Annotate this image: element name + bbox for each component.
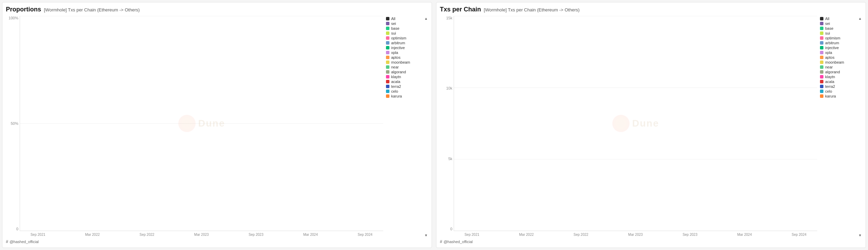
panel1-watermark: Dune <box>178 115 225 132</box>
legend-item-moonbeam[interactable]: moonbeam <box>386 60 428 64</box>
legend-item-aptos[interactable]: aptos <box>386 55 428 59</box>
legend-item-All[interactable]: All <box>386 17 428 21</box>
legend2-item-algorand[interactable]: algorand <box>820 70 862 74</box>
txs-panel: Txs per Chain [Wormhole] Txs per Chain (… <box>436 2 866 248</box>
legend2-label-xpla: xpla <box>825 50 832 55</box>
x-label: Mar 2023 <box>183 233 219 237</box>
panel2-header: Txs per Chain [Wormhole] Txs per Chain (… <box>440 6 862 13</box>
panel1-chart-area: 100% 50% 0 Dune Sep 2021Mar 2022Sep 2022… <box>6 16 428 238</box>
legend2-color-terra2 <box>820 85 823 88</box>
legend2-label-algorand: algorand <box>825 70 840 74</box>
legend2-item-near[interactable]: near <box>820 65 862 69</box>
legend-item-celo[interactable]: celo <box>386 89 428 93</box>
legend2-item-optimism[interactable]: optimism <box>820 36 862 40</box>
legend2-label-arbitrum: arbitrum <box>825 41 839 45</box>
legend2-color-karura <box>820 94 823 98</box>
legend2-item-karura[interactable]: karura <box>820 94 862 98</box>
legend2-label-base: base <box>825 26 833 30</box>
legend-color-xpla <box>386 51 389 54</box>
legend-color-klaytn <box>386 75 389 78</box>
y-label-10k: 10k <box>446 86 452 90</box>
legend2-item-sui[interactable]: sui <box>820 31 862 35</box>
legend2-item-terra2[interactable]: terra2 <box>820 84 862 89</box>
legend2-label-All: All <box>825 17 829 21</box>
legend2-item-klaytn[interactable]: klaytn <box>820 75 862 79</box>
legend2-item-aptos[interactable]: aptos <box>820 55 862 59</box>
legend-item-klaytn[interactable]: klaytn <box>386 75 428 79</box>
legend2-color-xpla <box>820 51 823 54</box>
x-label: Sep 2024 <box>347 233 383 237</box>
legend-color-injective <box>386 46 389 49</box>
legend-label-algorand: algorand <box>391 70 406 74</box>
legend2-label-terra2: terra2 <box>825 84 835 89</box>
legend-item-base[interactable]: base <box>386 26 428 30</box>
legend-item-xpla[interactable]: xpla <box>386 50 428 55</box>
panel1-header: Proportions [Wormhole] Txs per Chain (Et… <box>6 6 428 13</box>
x-label: Mar 2022 <box>74 233 111 237</box>
panel1-legend-scroll[interactable]: ▲ ▼ <box>424 16 428 238</box>
scroll-down-2[interactable]: ▼ <box>858 233 862 237</box>
legend-item-terra2[interactable]: terra2 <box>386 84 428 89</box>
panel2-footer: # @hashed_official <box>440 239 862 244</box>
legend-color-arbitrum <box>386 41 389 45</box>
x-label <box>56 233 74 237</box>
x-label: Mar 2024 <box>292 233 329 237</box>
legend-item-near[interactable]: near <box>386 65 428 69</box>
legend2-label-celo: celo <box>825 89 832 93</box>
panel1-hash-icon: # <box>6 239 8 244</box>
legend2-item-All[interactable]: All <box>820 17 862 21</box>
legend2-label-acala: acala <box>825 80 834 84</box>
legend-label-celo: celo <box>391 89 398 93</box>
panel1-footer: # @hashed_official <box>6 239 428 244</box>
legend-color-terra2 <box>386 85 389 88</box>
x-label2: Sep 2022 <box>563 233 599 237</box>
dune-circle-2 <box>612 115 630 132</box>
x-label <box>274 233 292 237</box>
legend-item-sei[interactable]: sei <box>386 21 428 26</box>
panel2-y-axis: 15k 10k 5k 0 <box>440 16 454 238</box>
legend2-item-arbitrum[interactable]: arbitrum <box>820 41 862 45</box>
panel1-gridlines <box>20 16 383 231</box>
legend2-item-acala[interactable]: acala <box>820 80 862 84</box>
legend-label-moonbeam: moonbeam <box>391 60 410 64</box>
legend2-label-near: near <box>825 65 833 69</box>
legend-item-injective[interactable]: injective <box>386 46 428 50</box>
legend2-item-injective[interactable]: injective <box>820 46 862 50</box>
panel1-chart-main: Dune Sep 2021Mar 2022Sep 2022Mar 2023Sep… <box>20 16 383 238</box>
legend-color-acala <box>386 80 389 83</box>
dune-circle-1 <box>178 115 196 132</box>
legend-item-karura[interactable]: karura <box>386 94 428 98</box>
legend2-item-moonbeam[interactable]: moonbeam <box>820 60 862 64</box>
legend2-item-xpla[interactable]: xpla <box>820 50 862 55</box>
scroll-up-2[interactable]: ▲ <box>858 17 862 20</box>
y-label-0b: 0 <box>450 227 452 231</box>
legend2-item-base[interactable]: base <box>820 26 862 30</box>
panel2-hash-icon: # <box>440 239 442 244</box>
panel2-bars: Dune <box>454 16 817 231</box>
legend-item-acala[interactable]: acala <box>386 80 428 84</box>
legend-label-optimism: optimism <box>391 36 406 40</box>
legend-color-moonbeam <box>386 61 389 64</box>
scroll-up-1[interactable]: ▲ <box>424 17 428 20</box>
panel2-chart-area: 15k 10k 5k 0 Dune Sep 2021Mar 2022Sep 20… <box>440 16 862 238</box>
panel2-legend-scroll[interactable]: ▲ ▼ <box>858 16 862 238</box>
legend-label-klaytn: klaytn <box>391 75 401 79</box>
legend-item-algorand[interactable]: algorand <box>386 70 428 74</box>
panel2-user: @hashed_official <box>444 240 473 244</box>
panel2-title: Txs per Chain <box>440 6 481 13</box>
legend2-color-optimism <box>820 36 823 40</box>
legend-item-sui[interactable]: sui <box>386 31 428 35</box>
legend-item-arbitrum[interactable]: arbitrum <box>386 41 428 45</box>
panel2-watermark: Dune <box>612 115 659 132</box>
legend-item-optimism[interactable]: optimism <box>386 36 428 40</box>
legend2-color-All <box>820 17 823 20</box>
legend2-item-sei[interactable]: sei <box>820 21 862 26</box>
legend-label-All: All <box>391 17 395 21</box>
legend2-color-acala <box>820 80 823 83</box>
x-label2: Mar 2024 <box>726 233 763 237</box>
x-label2: Mar 2022 <box>508 233 545 237</box>
legend-color-sei <box>386 22 389 25</box>
y-label-5k: 5k <box>448 157 452 161</box>
scroll-down-1[interactable]: ▼ <box>424 233 428 237</box>
legend2-item-celo[interactable]: celo <box>820 89 862 93</box>
